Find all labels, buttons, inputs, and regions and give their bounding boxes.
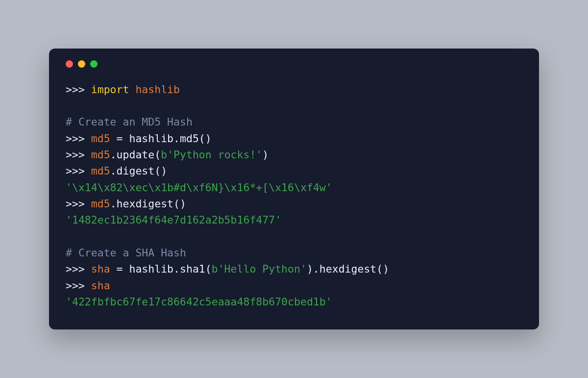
output-sha: '422fbfbc67fe17c86642c5eaaa48f8b670cbed1… (66, 296, 332, 308)
ident-md5: md5 (91, 198, 110, 210)
repl-prompt: >>> (66, 279, 91, 292)
line-12: >>> sha = hashlib.sha1(b'Hello Python').… (66, 263, 389, 275)
line-5: >>> md5.update(b'Python rocks!') (66, 149, 269, 161)
module-hashlib: hashlib (135, 83, 180, 96)
code-block: >>> import hashlib # Create an MD5 Hash … (66, 81, 522, 310)
output-hexdigest: '1482ec1b2364f64e7d162a2b5b16f477' (66, 214, 281, 226)
call-chain: ).hexdigest() (307, 263, 389, 275)
repl-prompt: >>> (66, 149, 91, 161)
comment-md5: # Create an MD5 Hash (66, 116, 193, 128)
line-8: >>> md5.hexdigest() (66, 198, 186, 210)
assign-sha: = hashlib.sha1( (110, 263, 212, 275)
paren-close: ) (262, 149, 269, 161)
comment-sha: # Create a SHA Hash (66, 247, 186, 259)
call-hexdigest: .hexdigest() (110, 198, 186, 210)
call-digest: .digest() (110, 165, 168, 177)
minimize-icon[interactable] (78, 60, 85, 68)
terminal-window: >>> import hashlib # Create an MD5 Hash … (49, 49, 539, 329)
line-6: >>> md5.digest() (66, 165, 167, 177)
call-update: .update( (110, 149, 161, 161)
repl-prompt: >>> (66, 198, 91, 210)
ident-sha: sha (91, 263, 110, 275)
blank-line (66, 228, 522, 245)
string-arg: b'Python rocks!' (161, 149, 262, 161)
repl-prompt: >>> (66, 132, 91, 145)
repl-prompt: >>> (66, 165, 91, 177)
close-icon[interactable] (66, 60, 73, 68)
line-1: >>> import hashlib (66, 83, 180, 96)
keyword-import: import (91, 83, 136, 96)
string-arg: b'Hello Python' (212, 263, 307, 275)
ident-sha: sha (91, 279, 110, 292)
ident-md5: md5 (91, 149, 110, 161)
repl-prompt: >>> (66, 263, 91, 275)
zoom-icon[interactable] (90, 60, 98, 68)
ident-md5: md5 (91, 132, 110, 145)
ident-md5: md5 (91, 165, 110, 177)
line-4: >>> md5 = hashlib.md5() (66, 132, 212, 145)
blank-line (66, 98, 522, 114)
window-titlebar (66, 60, 522, 68)
line-13: >>> sha (66, 279, 110, 292)
assign-md5: = hashlib.md5() (110, 132, 212, 145)
repl-prompt: >>> (66, 83, 91, 96)
output-digest: '\x14\x82\xec\x1b#d\xf6N}\x16*+[\x16\xf4… (66, 181, 332, 194)
